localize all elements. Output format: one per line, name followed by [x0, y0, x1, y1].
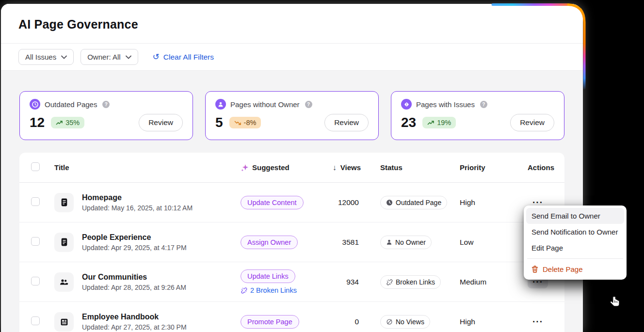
- page-updated-text: Updated: Apr 28, 2025, at 9:26 AM: [82, 284, 186, 291]
- stat-card-label: Outdated Pages: [45, 100, 97, 109]
- eye-off-icon: [386, 318, 393, 325]
- people-icon: [54, 272, 74, 292]
- trend-value: -8%: [244, 119, 257, 126]
- user-icon: [386, 239, 392, 245]
- table-row: Homepage Updated: May 16, 2025, at 10:12…: [19, 183, 564, 222]
- sparkle-icon: [241, 163, 249, 172]
- issues-filter-dropdown[interactable]: All Issues: [18, 49, 74, 65]
- select-all-checkbox[interactable]: [31, 162, 40, 171]
- help-icon[interactable]: ?: [480, 101, 487, 108]
- page-title-link[interactable]: People Experience: [82, 233, 187, 242]
- issues-filter-label: All Issues: [25, 53, 56, 61]
- trend-value: 19%: [437, 119, 451, 126]
- row-checkbox[interactable]: [31, 277, 40, 285]
- rotate-ccw-icon: ↺: [153, 53, 160, 61]
- chevron-down-icon: [126, 55, 131, 59]
- alert-diamond-icon: [401, 99, 412, 110]
- suggested-action-pill[interactable]: Update Links: [241, 269, 295, 283]
- views-count: 934: [322, 278, 375, 286]
- suggested-action-pill[interactable]: Assign Owner: [241, 236, 298, 249]
- trend-value: 35%: [65, 119, 80, 126]
- app-header: AI Page Governance: [1, 4, 583, 43]
- views-count: 0: [322, 317, 375, 326]
- page-updated-text: Updated: Apr 29, 2025, at 4:17 PM: [82, 244, 187, 252]
- views-count: 12000: [322, 198, 375, 207]
- document-icon: [54, 233, 74, 252]
- menu-item-delete-page[interactable]: Delete Page: [526, 261, 624, 277]
- clear-all-filters-link[interactable]: ↺ Clear All Filters: [153, 53, 214, 62]
- menu-item-edit-page[interactable]: Edit Page: [526, 240, 624, 256]
- row-checkbox[interactable]: [31, 237, 40, 246]
- status-badge: No Owner: [380, 236, 432, 249]
- menu-item-send-notification[interactable]: Send Notification to Owner: [526, 224, 624, 240]
- stat-card-value: 12: [30, 115, 45, 130]
- suggested-action-pill[interactable]: Promote Page: [241, 315, 299, 329]
- stat-card-label: Pages without Owner: [230, 100, 300, 109]
- stat-card-value: 23: [401, 115, 416, 130]
- column-header-views[interactable]: ↓ Views: [322, 163, 375, 172]
- menu-item-send-email[interactable]: Send Email to Owner: [526, 208, 624, 224]
- app-window: AI Page Governance All Issues Owner: All…: [1, 4, 583, 332]
- user-icon: [215, 99, 226, 110]
- review-button[interactable]: Review: [324, 114, 369, 131]
- clock-icon: [386, 199, 393, 206]
- row-checkbox[interactable]: [31, 316, 40, 325]
- page-updated-text: Updated: May 16, 2025, at 10:12 AM: [82, 204, 193, 212]
- owner-filter-dropdown[interactable]: Owner: All: [80, 49, 138, 65]
- priority-value: High: [458, 317, 516, 326]
- status-badge: Outdated Page: [380, 196, 447, 209]
- row-actions-button[interactable]: ···: [528, 316, 548, 328]
- trend-down-icon: [234, 120, 242, 126]
- column-header-suggested[interactable]: Suggested: [241, 163, 322, 172]
- trash-icon: [531, 266, 538, 273]
- stat-cards: Outdated Pages ? 12 35% Review Pages wit…: [1, 71, 583, 153]
- broken-link-icon: [386, 279, 393, 285]
- document-icon: [54, 193, 74, 212]
- views-count: 3581: [322, 238, 375, 247]
- table-row: Employee Handbook Updated: Apr 27, 2025,…: [19, 302, 564, 332]
- review-button[interactable]: Review: [510, 114, 554, 131]
- priority-value: Medium: [458, 278, 516, 286]
- page-title-link[interactable]: Homepage: [82, 193, 193, 202]
- priority-value: Low: [458, 238, 516, 247]
- clock-icon: [30, 99, 40, 110]
- status-badge: Broken Links: [380, 275, 441, 289]
- broken-link-icon: [241, 287, 247, 294]
- page-title-link[interactable]: Our Communities: [82, 273, 186, 282]
- filter-bar: All Issues Owner: All ↺ Clear All Filter…: [1, 43, 583, 71]
- review-button[interactable]: Review: [139, 114, 183, 131]
- trend-badge: 35%: [51, 117, 84, 128]
- row-checkbox[interactable]: [31, 197, 40, 206]
- row-actions-context-menu: Send Email to Owner Send Notification to…: [524, 206, 627, 280]
- suggested-action-pill[interactable]: Update Content: [241, 196, 304, 209]
- page-title-link[interactable]: Employee Handbook: [82, 313, 187, 321]
- page-updated-text: Updated: Apr 27, 2025, at 2:30 PM: [82, 323, 187, 331]
- hand-cursor: [609, 296, 622, 309]
- owner-filter-label: Owner: All: [87, 53, 120, 61]
- column-header-actions: Actions: [516, 163, 554, 172]
- clear-all-filters-label: Clear All Filters: [163, 53, 214, 62]
- table-row: Our Communities Updated: Apr 28, 2025, a…: [19, 262, 564, 302]
- stat-card-outdated-pages: Outdated Pages ? 12 35% Review: [19, 91, 193, 140]
- page-title: AI Page Governance: [18, 17, 565, 32]
- help-icon[interactable]: ?: [305, 101, 312, 108]
- column-header-title[interactable]: Title: [54, 163, 241, 172]
- table-row: People Experience Updated: Apr 29, 2025,…: [19, 222, 564, 262]
- arrow-down-icon: ↓: [333, 163, 337, 172]
- stat-card-pages-with-issues: Pages with Issues ? 23 19% Review: [391, 91, 564, 140]
- trend-up-icon: [427, 120, 435, 126]
- status-badge: No Views: [380, 315, 430, 329]
- trend-badge: -8%: [229, 117, 261, 128]
- trend-up-icon: [56, 120, 63, 126]
- handbook-icon: [54, 312, 74, 332]
- stat-card-value: 5: [215, 115, 223, 130]
- menu-divider: [527, 258, 623, 259]
- column-header-status[interactable]: Status: [375, 163, 458, 172]
- chevron-down-icon: [61, 55, 67, 59]
- broken-links-link[interactable]: 2 Broken Links: [241, 286, 322, 294]
- column-header-priority[interactable]: Priority: [458, 163, 516, 172]
- stat-card-label: Pages with Issues: [416, 100, 475, 109]
- help-icon[interactable]: ?: [102, 101, 110, 108]
- stat-card-pages-without-owner: Pages without Owner ? 5 -8% Review: [205, 91, 379, 140]
- trend-badge: 19%: [422, 117, 456, 128]
